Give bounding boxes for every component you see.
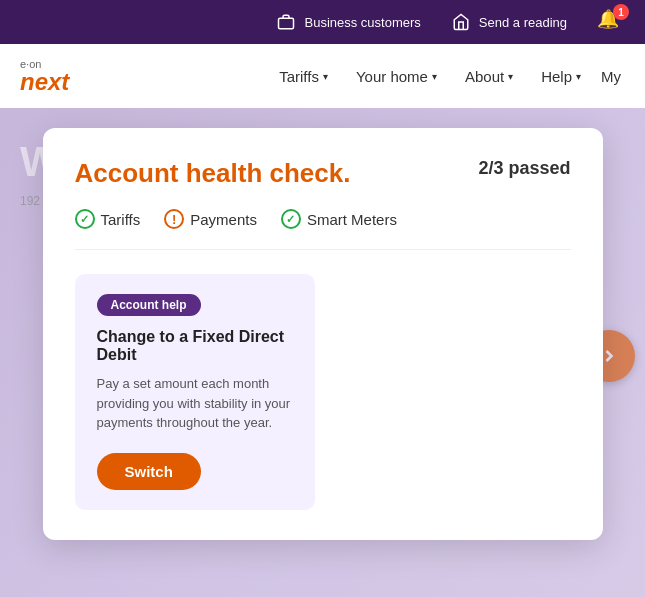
info-card-title: Change to a Fixed Direct Debit [97,328,293,364]
nav-my-account[interactable]: My [597,60,625,93]
eon-next-logo[interactable]: e·on next [20,59,69,94]
status-tariffs: ✓ Tariffs [75,209,141,229]
info-card-description: Pay a set amount each month providing yo… [97,374,293,433]
meter-icon [451,12,471,32]
nav-your-home-label: Your home [356,68,428,85]
nav-my-label: My [601,68,621,85]
nav-help[interactable]: Help ▾ [529,60,593,93]
navigation-bar: e·on next Tariffs ▾ Your home ▾ About ▾ … [0,44,645,108]
top-utility-bar: Business customers Send a reading 🔔 1 [0,0,645,44]
logo-next-text: next [20,70,69,94]
status-payments: ! Payments [164,209,257,229]
smart-meters-check-icon: ✓ [281,209,301,229]
account-help-info-card: Account help Change to a Fixed Direct De… [75,274,315,510]
health-check-status-row: ✓ Tariffs ! Payments ✓ Smart Meters [75,209,571,250]
smart-meters-status-label: Smart Meters [307,211,397,228]
notification-count: 1 [613,4,629,20]
nav-items-list: Tariffs ▾ Your home ▾ About ▾ Help ▾ My [267,60,625,93]
tariffs-check-icon: ✓ [75,209,95,229]
svg-rect-0 [279,18,294,29]
nav-about[interactable]: About ▾ [453,60,525,93]
briefcase-icon [276,12,296,32]
status-smart-meters: ✓ Smart Meters [281,209,397,229]
nav-tariffs[interactable]: Tariffs ▾ [267,60,340,93]
payments-warn-icon: ! [164,209,184,229]
switch-button[interactable]: Switch [97,453,201,490]
help-chevron-icon: ▾ [576,71,581,82]
account-health-check-modal: Account health check. 2/3 passed ✓ Tarif… [43,128,603,540]
modal-score: 2/3 passed [478,158,570,179]
send-reading-label: Send a reading [479,15,567,30]
about-chevron-icon: ▾ [508,71,513,82]
modal-title: Account health check. [75,158,351,189]
your-home-chevron-icon: ▾ [432,71,437,82]
nav-tariffs-label: Tariffs [279,68,319,85]
tariffs-chevron-icon: ▾ [323,71,328,82]
notification-bell[interactable]: 🔔 1 [597,8,625,36]
nav-your-home[interactable]: Your home ▾ [344,60,449,93]
nav-help-label: Help [541,68,572,85]
nav-about-label: About [465,68,504,85]
business-customers-link[interactable]: Business customers [276,12,420,32]
info-card-badge: Account help [97,294,201,316]
send-reading-link[interactable]: Send a reading [451,12,567,32]
tariffs-status-label: Tariffs [101,211,141,228]
business-customers-label: Business customers [304,15,420,30]
modal-overlay: Account health check. 2/3 passed ✓ Tarif… [0,108,645,597]
modal-header: Account health check. 2/3 passed [75,158,571,189]
payments-status-label: Payments [190,211,257,228]
